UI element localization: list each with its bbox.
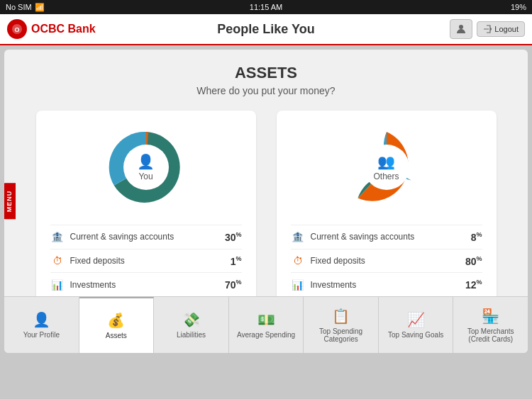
logo-text: OCBC Bank (31, 23, 96, 35)
profile-button[interactable] (450, 19, 472, 39)
nav-top-spending-label: Top Spending Categories (306, 327, 375, 343)
investments-label: Investments (70, 280, 225, 290)
status-bar-left: No SIM 📶 (6, 3, 45, 12)
nav-top-spending[interactable]: 📋 Top Spending Categories (304, 297, 379, 353)
nav-average-spending[interactable]: 💵 Average Spending (229, 297, 304, 353)
main-content: MENU ASSETS Where do you put your money? (4, 50, 528, 353)
nav-top-saving-label: Top Saving Goals (388, 331, 443, 339)
top-saving-icon: 📈 (407, 311, 425, 328)
assets-section: ASSETS Where do you put your money? (4, 50, 528, 328)
status-bar: No SIM 📶 11:15 AM 19% (0, 0, 532, 14)
investments-pct: 70% (225, 279, 242, 291)
top-merchants-icon: 🏪 (482, 308, 499, 325)
wifi-icon: 📶 (35, 3, 45, 12)
fixed-icon: ⏱ (50, 255, 65, 266)
others-legend-savings: 🏦 Current & savings accounts 8% (291, 225, 482, 249)
fixed-label: Fixed deposits (70, 256, 231, 266)
section-title: ASSETS (26, 64, 506, 82)
others-legend-investments: 📊 Investments 12% (291, 272, 482, 296)
page-title: People Like You (217, 22, 314, 37)
you-donut: 👤 You (100, 121, 192, 213)
others-investments-label: Investments (311, 280, 465, 290)
you-donut-container: 👤 You (50, 121, 242, 213)
nav-liabilities-label: Liabilities (177, 331, 206, 339)
nav-your-profile-label: Your Profile (23, 331, 60, 339)
battery-text: 19% (511, 3, 526, 11)
you-chart-section: 👤 You 🏦 Current & savings accounts 30% ⏱ (36, 111, 256, 307)
others-icon: 👥 (377, 153, 395, 170)
header-actions: Logout (450, 19, 525, 39)
investments-icon: 📊 (50, 279, 65, 291)
others-label: 👥 Others (373, 153, 399, 181)
others-savings-pct: 8% (471, 231, 482, 243)
others-chart-section: 👥 Others 🏦 Current & savings accounts 8%… (277, 111, 497, 307)
assets-icon: 💰 (107, 312, 125, 329)
logo-icon: O (7, 19, 27, 39)
others-fixed-icon: ⏱ (291, 255, 305, 266)
others-savings-icon: 🏦 (291, 231, 305, 242)
carrier-text: No SIM (6, 3, 32, 11)
svg-text:O: O (14, 26, 19, 33)
nav-top-merchants-label: Top Merchants (Credit Cards) (456, 327, 525, 343)
charts-row: 👤 You 🏦 Current & savings accounts 30% ⏱ (26, 111, 506, 307)
average-spending-icon: 💵 (257, 311, 275, 328)
top-spending-icon: 📋 (332, 308, 350, 325)
you-legend-savings: 🏦 Current & savings accounts 30% (50, 225, 242, 249)
section-subtitle: Where do you put your money? (26, 85, 506, 96)
others-donut: 👥 Others (340, 121, 433, 213)
liabilities-icon: 💸 (182, 311, 200, 328)
logo: O OCBC Bank (7, 19, 96, 39)
nav-assets[interactable]: 💰 Assets (79, 297, 155, 353)
svg-point-2 (459, 25, 463, 29)
status-bar-right: 19% (511, 3, 526, 11)
savings-label: Current & savings accounts (70, 232, 225, 242)
others-fixed-pct: 80% (465, 255, 482, 267)
fixed-pct: 1% (231, 255, 242, 267)
nav-average-spending-label: Average Spending (237, 331, 295, 339)
menu-tab[interactable]: MENU (4, 184, 16, 220)
nav-top-saving[interactable]: 📈 Top Saving Goals (379, 297, 454, 353)
you-label: 👤 You (137, 153, 155, 181)
app-header: O OCBC Bank People Like You Logout (0, 14, 532, 45)
status-time: 11:15 AM (250, 3, 282, 11)
nav-your-profile[interactable]: 👤 Your Profile (4, 297, 79, 353)
nav-liabilities[interactable]: 💸 Liabilities (154, 297, 229, 353)
you-legend-investments: 📊 Investments 70% (50, 272, 242, 296)
nav-top-merchants[interactable]: 🏪 Top Merchants (Credit Cards) (453, 297, 528, 353)
others-text: Others (373, 172, 399, 181)
logout-label: Logout (494, 25, 519, 33)
you-text: You (138, 172, 153, 181)
others-fixed-label: Fixed deposits (311, 256, 465, 266)
others-legend-fixed: ⏱ Fixed deposits 80% (291, 249, 482, 273)
you-legend-fixed: ⏱ Fixed deposits 1% (50, 249, 242, 273)
others-investments-pct: 12% (465, 279, 482, 291)
bottom-nav: 👤 Your Profile 💰 Assets 💸 Liabilities 💵 … (4, 296, 528, 353)
your-profile-icon: 👤 (33, 311, 50, 328)
others-investments-icon: 📊 (291, 279, 305, 291)
savings-icon: 🏦 (50, 231, 65, 242)
nav-assets-label: Assets (106, 332, 127, 339)
logout-button[interactable]: Logout (477, 21, 525, 37)
others-savings-label: Current & savings accounts (311, 232, 471, 242)
others-donut-container: 👥 Others (291, 121, 482, 213)
you-icon: 👤 (137, 153, 155, 170)
savings-pct: 30% (225, 231, 242, 243)
